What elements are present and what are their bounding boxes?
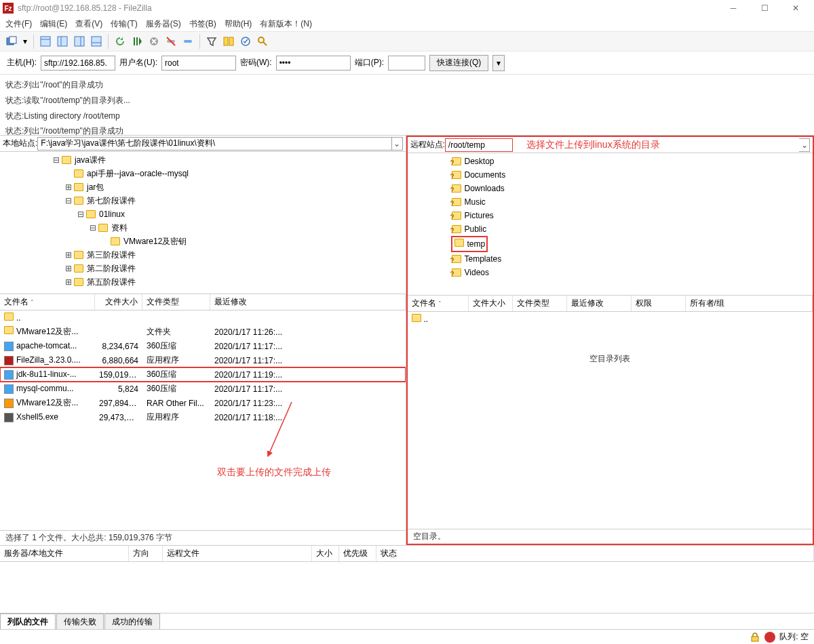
file-row[interactable]: FileZilla_3.23.0....6,880,664应用程序2020/1/… — [0, 353, 406, 367]
collapse-icon[interactable]: ⊟ — [64, 194, 73, 207]
menu-newversion[interactable]: 有新版本！(N) — [260, 18, 312, 30]
th-serverfile[interactable]: 服务器/本地文件 — [0, 546, 129, 561]
th-status[interactable]: 状态 — [376, 546, 814, 561]
collapse-icon[interactable]: ⊟ — [76, 207, 85, 221]
tree-node[interactable]: Downloads — [410, 182, 811, 195]
tree-node[interactable]: ⊟java课件 — [3, 153, 403, 167]
toolbar-separator — [108, 34, 109, 49]
col-filename[interactable]: 文件名 — [412, 298, 436, 309]
sitemanager-dropdown-icon[interactable]: ▾ — [21, 34, 29, 49]
filter-icon[interactable] — [204, 34, 219, 49]
th-remotefile[interactable]: 远程文件 — [163, 546, 312, 561]
transfer-body[interactable] — [0, 562, 814, 613]
remote-file-header[interactable]: 文件名˄ 文件大小 文件类型 最近修改 权限 所有者/组 — [408, 296, 813, 312]
port-input[interactable] — [388, 56, 425, 71]
tree-node[interactable]: ⊞第三阶段课件 — [3, 248, 403, 262]
expand-icon[interactable]: ⊞ — [64, 180, 73, 194]
local-tree[interactable]: ⊟java课件api手册--java--oracle--mysql⊞jar包⊟第… — [0, 152, 406, 294]
search-icon[interactable] — [255, 34, 270, 49]
toggle-log-icon[interactable] — [38, 34, 53, 49]
col-filesize[interactable]: 文件大小 — [95, 294, 142, 310]
local-path-input[interactable] — [37, 137, 391, 150]
disconnect-icon[interactable] — [163, 34, 178, 49]
menu-edit[interactable]: 编辑(E) — [40, 18, 67, 30]
transfer-header[interactable]: 服务器/本地文件 方向 远程文件 大小 优先级 状态 — [0, 546, 814, 562]
compare-icon[interactable] — [221, 34, 236, 49]
pass-input[interactable] — [276, 56, 351, 71]
file-row[interactable]: apache-tomcat...8,234,674360压缩2020/1/17 … — [0, 339, 406, 353]
local-file-header[interactable]: 文件名˄ 文件大小 文件类型 最近修改 — [0, 294, 406, 310]
tree-node[interactable]: Desktop — [410, 155, 811, 168]
remote-path-dropdown-icon[interactable]: ⌄ — [799, 138, 810, 152]
toggle-remote-tree-icon[interactable] — [72, 34, 87, 49]
close-button[interactable]: ✕ — [780, 0, 811, 16]
col-filetype[interactable]: 文件类型 — [142, 294, 210, 310]
sitemanager-icon[interactable] — [4, 34, 19, 49]
tree-node[interactable]: ⊟资料 — [3, 221, 403, 235]
tree-node[interactable]: ⊟第七阶段课件 — [3, 194, 403, 207]
file-row[interactable]: .. — [408, 312, 813, 326]
expand-icon[interactable]: ⊞ — [64, 275, 73, 289]
sync-browse-icon[interactable] — [238, 34, 253, 49]
host-input[interactable] — [41, 56, 115, 71]
tree-node[interactable]: ⊟01linux — [3, 207, 403, 221]
file-row[interactable]: Xshell5.exe29,473,976应用程序2020/1/17 11:18… — [0, 410, 406, 424]
reconnect-icon[interactable] — [180, 34, 195, 49]
quickconnect-dropdown-icon[interactable]: ▾ — [492, 55, 505, 71]
local-path-dropdown-icon[interactable]: ⌄ — [392, 137, 403, 150]
col-perm[interactable]: 权限 — [632, 296, 686, 311]
local-filelist-body[interactable]: ..VMware12及密...文件夹2020/1/17 11:26:...apa… — [0, 310, 406, 530]
col-modified[interactable]: 最近修改 — [567, 296, 632, 311]
menu-server[interactable]: 服务器(S) — [146, 18, 181, 30]
remote-filelist-body[interactable]: .. 空目录列表 — [408, 312, 813, 529]
maximize-button[interactable]: ☐ — [749, 0, 780, 16]
file-row[interactable]: VMware12及密...297,894,5...RAR Other Fil..… — [0, 396, 406, 410]
process-queue-icon[interactable] — [130, 34, 144, 49]
tree-node[interactable]: temp — [410, 236, 811, 252]
tree-node[interactable]: Videos — [410, 266, 811, 279]
tree-node[interactable]: Pictures — [410, 209, 811, 222]
quickconnect-button[interactable]: 快速连接(Q) — [429, 55, 488, 71]
tab-queued[interactable]: 列队的文件 — [0, 613, 56, 629]
remote-path-input[interactable] — [445, 138, 513, 152]
col-filetype[interactable]: 文件类型 — [513, 296, 567, 311]
cancel-icon[interactable] — [147, 34, 161, 49]
tree-node[interactable]: Public — [410, 222, 811, 236]
col-owner[interactable]: 所有者/组 — [686, 296, 813, 311]
menu-view[interactable]: 查看(V) — [75, 18, 102, 30]
collapse-icon[interactable]: ⊟ — [52, 153, 61, 167]
th-size[interactable]: 大小 — [312, 546, 339, 561]
col-filename[interactable]: 文件名 — [4, 296, 28, 308]
th-priority[interactable]: 优先级 — [339, 546, 376, 561]
tree-node[interactable]: Documents — [410, 168, 811, 182]
col-modified[interactable]: 最近修改 — [210, 294, 406, 310]
menu-transfer[interactable]: 传输(T) — [111, 18, 137, 30]
th-direction[interactable]: 方向 — [129, 546, 163, 561]
tree-node[interactable]: ⊞jar包 — [3, 180, 403, 194]
tree-node[interactable]: Templates — [410, 252, 811, 266]
tree-node[interactable]: VMware12及密钥 — [3, 235, 403, 248]
file-row[interactable]: mysql-commu...5,824360压缩2020/1/17 11:17:… — [0, 382, 406, 396]
menu-bookmark[interactable]: 书签(B) — [189, 18, 216, 30]
file-row[interactable]: VMware12及密...文件夹2020/1/17 11:26:... — [0, 325, 406, 339]
refresh-icon[interactable] — [113, 34, 128, 49]
collapse-icon[interactable]: ⊟ — [88, 221, 98, 235]
menu-help[interactable]: 帮助(H) — [225, 18, 252, 30]
tree-node[interactable]: ⊞第五阶段课件 — [3, 275, 403, 289]
col-filesize[interactable]: 文件大小 — [469, 296, 513, 311]
menu-file[interactable]: 文件(F) — [5, 18, 32, 30]
toggle-queue-icon[interactable] — [89, 34, 104, 49]
tree-node[interactable]: api手册--java--oracle--mysql — [3, 167, 403, 180]
tree-node[interactable]: Music — [410, 195, 811, 209]
expand-icon[interactable]: ⊞ — [64, 248, 73, 262]
minimize-button[interactable]: ─ — [718, 0, 749, 16]
file-row[interactable]: jdk-8u11-linux-...159,019,3...360压缩2020/… — [0, 367, 406, 382]
file-row[interactable]: .. — [0, 310, 406, 325]
remote-tree[interactable]: DesktopDocumentsDownloadsMusicPicturesPu… — [408, 153, 813, 296]
tab-failed[interactable]: 传输失败 — [56, 613, 104, 629]
toggle-local-tree-icon[interactable] — [55, 34, 70, 49]
expand-icon[interactable]: ⊞ — [64, 262, 73, 275]
tree-node[interactable]: ⊞第二阶段课件 — [3, 262, 403, 275]
tab-successful[interactable]: 成功的传输 — [104, 613, 160, 629]
user-input[interactable] — [161, 56, 236, 71]
